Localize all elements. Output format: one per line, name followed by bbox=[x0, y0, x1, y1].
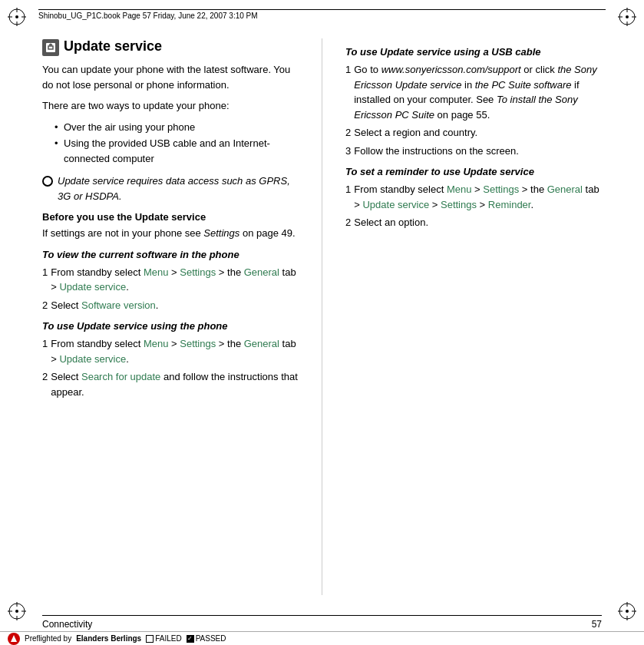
preflight-icon bbox=[8, 633, 20, 645]
list-item: 1 From standby select Menu > Settings > … bbox=[42, 265, 299, 295]
phone-steps-list: 1 From standby select Menu > Settings > … bbox=[42, 336, 299, 399]
preflight-text: Preflighted by bbox=[25, 634, 71, 643]
header-bar: Shinobu_UG_P1C.book Page 57 Friday, June… bbox=[38, 9, 606, 20]
header-text: Shinobu_UG_P1C.book Page 57 Friday, June… bbox=[38, 12, 258, 20]
before-text: If settings are not in your phone see Se… bbox=[42, 226, 299, 241]
phone-heading: To use Update service using the phone bbox=[42, 320, 299, 332]
note-text: Update service requires data access such… bbox=[58, 174, 299, 203]
intro-text: You can update your phone with the lates… bbox=[42, 62, 299, 92]
list-item: 3 Follow the instructions on the screen. bbox=[345, 144, 602, 159]
usb-heading: To use Update service using a USB cable bbox=[345, 46, 602, 58]
note-circle-icon bbox=[42, 176, 53, 187]
corner-mark-tr bbox=[616, 6, 638, 28]
footer-left: Connectivity bbox=[42, 619, 92, 630]
svg-point-5 bbox=[15, 15, 18, 18]
list-item: 2 Select Software version. bbox=[42, 298, 299, 313]
two-ways-text: There are two ways to update your phone: bbox=[42, 98, 299, 114]
corner-mark-tl bbox=[6, 6, 28, 28]
note-box: Update service requires data access such… bbox=[42, 174, 299, 203]
view-steps-list: 1 From standby select Menu > Settings > … bbox=[42, 265, 299, 313]
view-heading: To view the current software in the phon… bbox=[42, 249, 299, 260]
page-title: Update service bbox=[64, 38, 162, 55]
list-item: 1 From standby select Menu > Settings > … bbox=[345, 182, 602, 212]
corner-mark-bl bbox=[6, 600, 28, 622]
failed-checkbox: FAILED bbox=[146, 634, 181, 643]
usb-steps-list: 1 Go to www.sonyericsson.com/support or … bbox=[345, 62, 602, 158]
before-heading: Before you use the Update service bbox=[42, 211, 299, 223]
content-area: Update service You can update your phone… bbox=[42, 31, 602, 603]
preflight-company: Elanders Berlings bbox=[76, 634, 141, 643]
bullet-list: Over the air using your phone Using the … bbox=[54, 120, 299, 167]
list-item: Using the provided USB cable and an Inte… bbox=[54, 136, 299, 166]
section-title: Update service bbox=[42, 38, 299, 56]
list-item: 2 Select Search for update and follow th… bbox=[42, 369, 299, 399]
pass-checkbox-icon bbox=[187, 635, 194, 643]
svg-point-11 bbox=[626, 15, 629, 18]
list-item: 1 Go to www.sonyericsson.com/support or … bbox=[345, 62, 602, 122]
page-footer: Connectivity 57 bbox=[42, 615, 602, 630]
left-column: Update service You can update your phone… bbox=[42, 31, 299, 603]
list-item: 1 From standby select Menu > Settings > … bbox=[42, 336, 299, 366]
svg-point-23 bbox=[626, 610, 629, 613]
preflight-bar: Preflighted by Elanders Berlings FAILED … bbox=[0, 631, 644, 645]
list-item: 2 Select an option. bbox=[345, 215, 602, 230]
list-item: 2 Select a region and country. bbox=[345, 125, 602, 141]
reminder-heading: To set a reminder to use Update service bbox=[345, 166, 602, 177]
reminder-steps-list: 1 From standby select Menu > Settings > … bbox=[345, 182, 602, 230]
passed-checkbox: PASSED bbox=[187, 634, 226, 643]
right-column: To use Update service using a USB cable … bbox=[345, 31, 602, 603]
corner-mark-br bbox=[616, 600, 638, 622]
list-item: Over the air using your phone bbox=[54, 120, 299, 135]
update-icon bbox=[42, 39, 59, 56]
svg-point-17 bbox=[15, 610, 18, 613]
column-divider bbox=[322, 38, 322, 595]
fail-checkbox-icon bbox=[146, 635, 154, 643]
footer-right: 57 bbox=[592, 619, 602, 630]
